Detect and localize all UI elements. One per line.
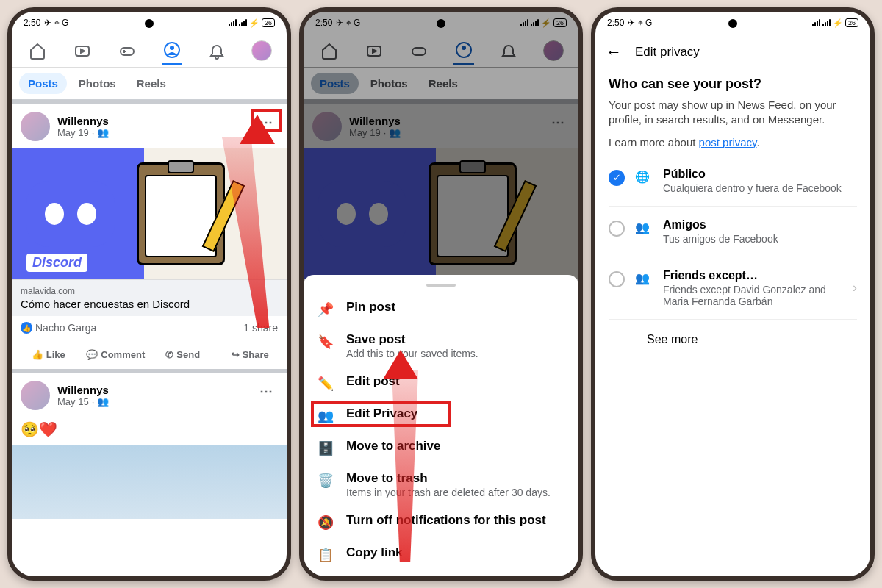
post-privacy-link[interactable]: post privacy	[699, 136, 757, 148]
post-user[interactable]: Willennys	[57, 384, 109, 396]
wifi-icon: ⚡	[249, 18, 259, 28]
share-button[interactable]: ↪Share	[217, 345, 284, 365]
like-button[interactable]: 👍Like	[15, 345, 82, 365]
privacy-question: Who can see your post?	[609, 76, 857, 92]
privacy-option-public[interactable]: ✓ 🌐 PúblicoCualquiera dentro y fuera de …	[595, 156, 870, 206]
svg-point-3	[170, 46, 174, 50]
tab-posts[interactable]: Posts	[19, 73, 67, 94]
privacy-option-friends-except[interactable]: 👥 Friends except…Friends except David Go…	[595, 257, 870, 319]
send-button[interactable]: ✆Send	[149, 345, 217, 365]
archive-item[interactable]: 🗄️Move to archive	[304, 431, 578, 464]
post-meta: May 19 · 👥	[57, 127, 109, 138]
clipboard-graphic	[137, 162, 225, 265]
trash-item[interactable]: 🗑️Move to trashItems in your trash are d…	[304, 464, 578, 506]
pin-post-item[interactable]: 📌Pin post	[304, 293, 578, 325]
friends-icon: 👥	[97, 127, 109, 138]
discord-label: Discord	[26, 254, 87, 272]
signal-icon	[229, 19, 237, 26]
privacy-option-friends[interactable]: 👥 AmigosTus amigos de Facebook	[595, 207, 870, 257]
phone-screen-2: 2:50✈ ⌖ G ⚡26 Posts Photos Reels Willenn…	[299, 7, 583, 581]
page-header: ← Edit privacy	[595, 34, 870, 71]
post-more-button[interactable]: ⋯	[254, 382, 278, 400]
friends-except-icon: 👥	[635, 271, 653, 285]
learn-more: Learn more about post privacy.	[609, 135, 857, 150]
post-user[interactable]: Willennys	[57, 115, 109, 127]
tab-photos[interactable]: Photos	[70, 73, 125, 94]
signal-icon	[239, 19, 247, 26]
save-post-item[interactable]: 🔖Save postAdd this to your saved items.	[304, 325, 578, 367]
post-text: 🥺❤️	[12, 417, 287, 445]
page-title: Edit privacy	[635, 45, 700, 60]
status-icons-left: ✈ ⌖ G	[44, 18, 68, 28]
home-icon[interactable]	[27, 40, 48, 61]
pin-icon: 📌	[317, 300, 334, 318]
friends-icon: 👥	[635, 220, 653, 234]
edit-post-item[interactable]: ✏️Edit post	[304, 367, 578, 399]
link-domain: malavida.com	[21, 286, 278, 296]
radio-checked[interactable]: ✓	[609, 170, 625, 186]
profile-tabs: Posts Photos Reels	[12, 68, 287, 100]
see-more-button[interactable]: See more	[595, 320, 870, 359]
privacy-description: Your post may show up in News Feed, on y…	[609, 98, 857, 128]
comment-icon: 💬	[86, 349, 98, 360]
link-title: Cómo hacer encuestas en Discord	[21, 298, 278, 310]
copy-icon: 📋	[317, 545, 334, 563]
radio-unchecked[interactable]	[609, 220, 625, 237]
phone-screen-1: 2:50✈ ⌖ G ⚡ 26 Posts Photos Reels Willen…	[7, 7, 291, 581]
actions-bar: 👍Like 💬Comment ✆Send ↪Share	[12, 340, 287, 369]
archive-icon: 🗄️	[317, 439, 334, 456]
chevron-right-icon: ›	[853, 280, 857, 295]
edit-privacy-item[interactable]: 👥Edit Privacy	[304, 399, 578, 431]
tutorial-highlight	[311, 401, 451, 427]
link-preview[interactable]: malavida.com Cómo hacer encuestas en Dis…	[12, 279, 287, 316]
post-meta: May 15 · 👥	[57, 396, 109, 407]
like-icon: 👍	[21, 322, 32, 334]
avatar[interactable]	[21, 381, 50, 410]
back-button[interactable]: ←	[606, 43, 622, 62]
trash-icon: 🗑️	[317, 471, 334, 489]
watch-icon[interactable]	[72, 40, 93, 61]
gaming-icon[interactable]	[117, 40, 137, 61]
notifications-item[interactable]: 🔕Turn off notifications for this post	[304, 506, 578, 538]
post-card: Willennys May 15 · 👥 ⋯ 🥺❤️	[12, 369, 287, 519]
action-sheet: 📌Pin post 🔖Save postAdd this to your sav…	[304, 275, 578, 576]
globe-icon: 🌐	[635, 170, 653, 184]
bookmark-icon: 🔖	[317, 332, 334, 350]
arrow-head	[240, 115, 275, 144]
sheet-handle[interactable]	[426, 284, 456, 287]
status-time: 2:50	[24, 18, 40, 28]
profile-icon[interactable]	[162, 45, 182, 65]
status-bar: 2:50✈ ⌖ G ⚡26	[595, 12, 870, 34]
privacy-intro: Who can see your post? Your post may sho…	[595, 71, 870, 156]
thumbs-up-icon: 👍	[32, 349, 43, 360]
friends-icon: 👥	[97, 396, 109, 407]
reactor-name[interactable]: Nacho Garga	[35, 322, 96, 334]
avatar[interactable]	[21, 112, 50, 141]
status-bar: 2:50✈ ⌖ G ⚡ 26	[12, 12, 287, 34]
whatsapp-icon: ✆	[165, 349, 173, 360]
pencil-icon: ✏️	[317, 374, 334, 392]
comment-button[interactable]: 💬Comment	[82, 345, 150, 365]
discord-logo	[26, 181, 115, 247]
post-header: Willennys May 15 · 👥 ⋯	[12, 373, 287, 417]
battery-indicator: 26	[262, 18, 275, 27]
post-image[interactable]	[12, 445, 287, 519]
bell-off-icon: 🔕	[317, 513, 334, 531]
radio-unchecked[interactable]	[609, 271, 625, 287]
reactions-bar: 👍Nacho Garga 1 share	[12, 316, 287, 340]
menu-avatar[interactable]	[251, 40, 272, 61]
tab-reels[interactable]: Reels	[128, 73, 175, 94]
share-icon: ↪	[232, 349, 240, 360]
svg-rect-1	[121, 48, 134, 55]
copy-link-item[interactable]: 📋Copy link	[304, 538, 578, 570]
notifications-icon[interactable]	[207, 40, 227, 61]
top-nav	[12, 34, 287, 68]
phone-screen-3: 2:50✈ ⌖ G ⚡26 ← Edit privacy Who can see…	[591, 7, 875, 581]
arrow-head	[383, 350, 418, 379]
